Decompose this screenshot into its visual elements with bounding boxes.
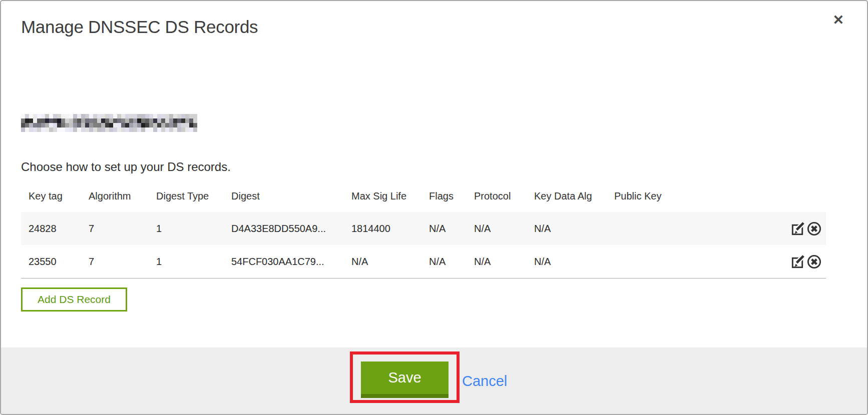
- cell-digest: 54FCF030AA1C79...: [224, 256, 344, 268]
- cell-algorithm: 7: [81, 256, 149, 268]
- close-icon[interactable]: ✕: [829, 13, 847, 28]
- page-title: Manage DNSSEC DS Records: [21, 17, 258, 37]
- col-header-key-data-alg: Key Data Alg: [527, 190, 607, 202]
- instruction-text: Choose how to set up your DS records.: [21, 160, 231, 174]
- cell-digest-type: 1: [149, 256, 224, 268]
- cell-protocol: N/A: [467, 256, 527, 268]
- delete-icon: [806, 264, 822, 270]
- save-highlight-box: Save: [350, 352, 460, 403]
- edit-icon: [790, 264, 805, 270]
- cell-algorithm: 7: [81, 223, 149, 234]
- dnssec-dialog: Manage DNSSEC DS Records ✕ Choose how to…: [0, 0, 868, 415]
- cell-key-data-alg: N/A: [527, 223, 607, 234]
- cancel-link[interactable]: Cancel: [462, 373, 507, 390]
- cell-flags: N/A: [421, 256, 467, 268]
- col-header-flags: Flags: [421, 190, 467, 202]
- edit-icon: [790, 230, 805, 236]
- ds-records-table: Key tag Algorithm Digest Type Digest Max…: [21, 180, 826, 278]
- edit-record-button[interactable]: [790, 254, 805, 270]
- cell-key-tag: 23550: [21, 256, 81, 268]
- col-header-max-sig-life: Max Sig Life: [344, 190, 421, 202]
- cell-protocol: N/A: [467, 223, 527, 234]
- delete-record-button[interactable]: [806, 254, 822, 270]
- cell-max-sig-life: N/A: [344, 256, 421, 268]
- col-header-key-tag: Key tag: [21, 190, 81, 202]
- col-header-protocol: Protocol: [467, 190, 527, 202]
- col-header-digest-type: Digest Type: [149, 190, 224, 202]
- table-header-row: Key tag Algorithm Digest Type Digest Max…: [21, 180, 826, 212]
- redacted-domain-name: [21, 114, 197, 132]
- col-header-algorithm: Algorithm: [81, 190, 149, 202]
- col-header-digest: Digest: [224, 190, 344, 202]
- cell-digest-type: 1: [149, 223, 224, 234]
- table-row: 23550 7 1 54FCF030AA1C79... N/A N/A N/A …: [21, 245, 826, 278]
- delete-icon: [806, 230, 822, 236]
- table-row: 24828 7 1 D4A33E8DD550A9... 1814400 N/A …: [21, 212, 826, 245]
- cell-max-sig-life: 1814400: [344, 223, 421, 234]
- add-ds-record-button[interactable]: Add DS Record: [21, 288, 127, 312]
- cell-key-tag: 24828: [21, 223, 81, 234]
- save-button[interactable]: Save: [361, 362, 449, 398]
- edit-record-button[interactable]: [790, 221, 805, 236]
- cell-digest: D4A33E8DD550A9...: [224, 223, 344, 234]
- cell-key-data-alg: N/A: [527, 256, 607, 268]
- cell-flags: N/A: [421, 223, 467, 234]
- delete-record-button[interactable]: [806, 221, 822, 236]
- col-header-public-key: Public Key: [607, 190, 786, 202]
